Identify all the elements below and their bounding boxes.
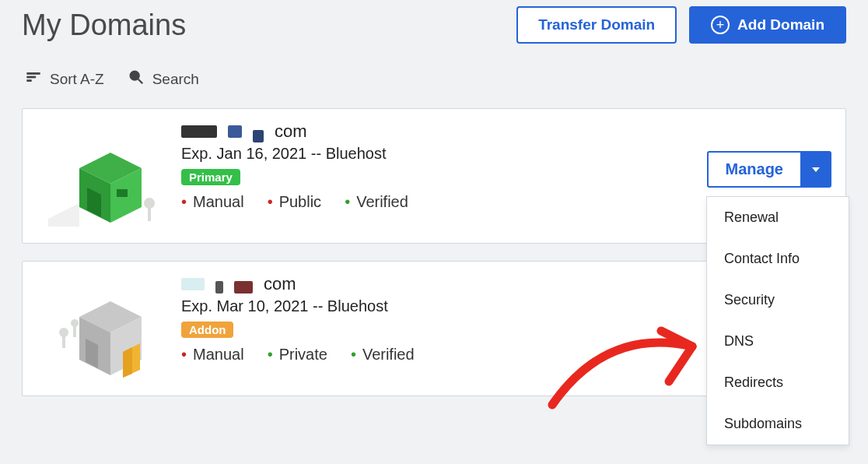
manage-dropdown-toggle[interactable] [802, 151, 831, 188]
redacted-text [181, 278, 205, 290]
redacted-text [253, 130, 264, 142]
redacted-text [215, 281, 223, 294]
plus-circle-icon: + [711, 16, 730, 34]
tag-manual: •Manual [181, 346, 244, 364]
dropdown-item-contact-info[interactable]: Contact Info [707, 238, 849, 279]
page-title: My Domains [22, 9, 186, 42]
add-domain-button[interactable]: + Add Domain [689, 6, 846, 44]
redacted-text [181, 125, 217, 138]
transfer-domain-button[interactable]: Transfer Domain [516, 6, 677, 44]
redacted-text [234, 281, 253, 294]
add-domain-label: Add Domain [737, 16, 824, 33]
svg-rect-19 [73, 326, 76, 337]
caret-down-icon [812, 167, 820, 172]
sort-label: Sort A-Z [50, 71, 104, 88]
primary-badge: Primary [181, 169, 240, 185]
svg-marker-15 [123, 347, 132, 378]
tag-verified: •Verified [351, 346, 415, 364]
dropdown-item-dns[interactable]: DNS [707, 321, 849, 362]
manage-button[interactable]: Manage [707, 151, 802, 188]
dropdown-item-renewal[interactable]: Renewal [707, 197, 849, 238]
tag-manual: •Manual [181, 193, 244, 211]
tag-public: •Public [268, 193, 322, 211]
tag-private: •Private [268, 346, 327, 364]
sort-button[interactable]: Sort A-Z [25, 69, 104, 90]
domain-thumbnail [37, 121, 169, 230]
tag-verified: •Verified [345, 193, 408, 211]
dropdown-item-redirects[interactable]: Redirects [707, 362, 849, 403]
addon-badge: Addon [181, 322, 233, 338]
svg-rect-9 [148, 207, 151, 221]
domain-tld: com [264, 274, 296, 294]
domain-thumbnail [37, 274, 169, 383]
page-header: My Domains Transfer Domain + Add Domain [22, 6, 846, 44]
domain-name-row: com [181, 121, 831, 142]
svg-marker-2 [48, 203, 79, 227]
toolbar: Sort A-Z Search [22, 69, 846, 90]
dropdown-item-security[interactable]: Security [707, 279, 849, 321]
svg-point-8 [144, 198, 155, 209]
dropdown-item-subdomains[interactable]: Subdomains [707, 403, 849, 445]
search-icon [128, 69, 145, 90]
svg-rect-7 [117, 189, 128, 197]
header-buttons: Transfer Domain + Add Domain [516, 6, 846, 44]
search-button[interactable]: Search [128, 69, 199, 90]
svg-point-18 [71, 319, 79, 327]
search-label: Search [152, 71, 199, 88]
svg-line-1 [138, 79, 142, 84]
sort-icon [25, 69, 42, 90]
domain-tld: com [275, 121, 307, 142]
svg-point-0 [130, 72, 138, 80]
manage-dropdown-menu: Renewal Contact Info Security DNS Redire… [706, 196, 849, 445]
manage-group: Manage [707, 151, 831, 188]
svg-rect-17 [62, 336, 65, 348]
redacted-text [228, 125, 242, 138]
